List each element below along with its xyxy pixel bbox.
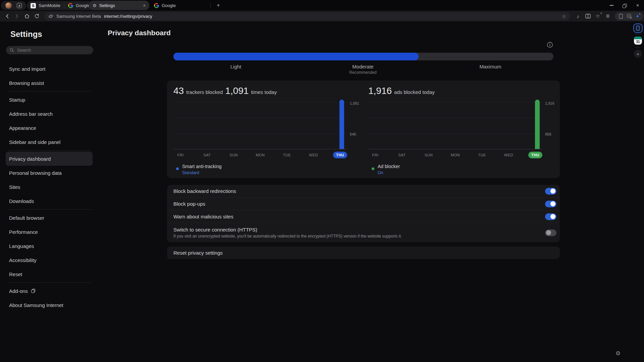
protection-slider-fill — [173, 53, 419, 60]
menu-button[interactable]: ≡ — [603, 11, 612, 21]
forward-button[interactable] — [12, 11, 21, 21]
calendar-header — [634, 37, 642, 39]
sidebar-item-sites[interactable]: Sites — [6, 180, 93, 194]
smart-anti-tracking-label[interactable]: Smart anti-tracking — [182, 164, 221, 169]
day-label-mon: MON — [253, 152, 267, 158]
reset-privacy-settings-row[interactable]: Reset privacy settings — [167, 247, 560, 259]
trackers-label2: times today — [251, 89, 277, 95]
extension-tool-group: A ✦✦ — [615, 12, 643, 20]
day-label-wed: WED — [502, 152, 516, 158]
day-label-thu-selected[interactable]: THU — [528, 152, 542, 158]
info-button[interactable] — [547, 42, 553, 48]
toggle-switch-to-secure-connection[interactable] — [545, 229, 556, 236]
toggle-knob — [550, 201, 555, 206]
trackers-headline: 43 trackers blocked 1,091 times today — [173, 86, 277, 96]
corner-settings-gear-icon[interactable]: ⚙ — [615, 350, 621, 357]
maximize-button[interactable] — [619, 2, 629, 9]
ads-label: ads blocked today — [394, 89, 435, 95]
tab-close-icon[interactable]: × — [143, 3, 146, 8]
split-screen-button[interactable] — [584, 11, 592, 21]
trackers-times: 1,091 — [225, 86, 249, 96]
sidebar-item-address-bar-search[interactable]: Address bar search — [6, 107, 93, 121]
toggle-block-pop-ups[interactable] — [545, 201, 556, 207]
tab-sammobile[interactable]: SamMobile — [39, 3, 60, 8]
tab-settings-active[interactable]: ⚙ Settings × — [89, 1, 149, 10]
sidebar-item-browsing-assist[interactable]: Browsing assist — [6, 76, 93, 90]
tab-count-badge[interactable]: 4 — [17, 3, 22, 8]
toggle-warn-about-malicious-sites[interactable] — [545, 213, 556, 220]
rail-divider — [635, 47, 641, 47]
sidebar-item-sync-and-import[interactable]: Sync and import — [6, 62, 93, 76]
sidebar-item-about-samsung-internet[interactable]: About Samsung Internet — [6, 298, 93, 312]
close-window-button[interactable]: × — [633, 2, 643, 9]
bookmark-star-icon[interactable]: ☆ — [562, 13, 566, 19]
sidebar-item-reset[interactable]: Reset — [6, 267, 93, 281]
media-button[interactable]: ♪ — [574, 11, 582, 21]
gridline — [173, 118, 347, 118]
slider-label-moderate[interactable]: Moderate — [352, 64, 373, 69]
active-tab-label: Settings — [99, 3, 115, 8]
search-input[interactable] — [17, 48, 84, 53]
calendar-widget-button[interactable]: 31 — [634, 37, 642, 45]
home-button[interactable] — [22, 11, 32, 21]
sidebar-item-default-browser[interactable]: Default browser — [6, 211, 93, 225]
sidebar-item-accessibility[interactable]: Accessibility — [6, 253, 93, 267]
day-label-sat: SAT — [200, 152, 214, 158]
sidebar-item-downloads[interactable]: Downloads — [6, 194, 93, 208]
ads-headline: 1,916 ads blocked today — [368, 86, 435, 96]
trackers-label: trackers blocked — [186, 89, 223, 95]
page-title: Privacy dashboard — [108, 29, 171, 37]
day-label-thu-selected[interactable]: THU — [333, 152, 347, 158]
protection-level-slider[interactable] — [173, 53, 553, 60]
sidebar-item-appearance[interactable]: Appearance — [6, 121, 93, 135]
new-tab-button[interactable]: + — [215, 2, 222, 9]
sidebar-item-languages[interactable]: Languages — [6, 239, 93, 253]
refresh-icon — [34, 13, 40, 19]
sidebar-item-personal-browsing-data[interactable]: Personal browsing data — [6, 166, 93, 180]
continue-on-phone-button[interactable] — [633, 23, 643, 33]
split-screen-icon — [585, 14, 591, 18]
ads-count: 1,916 — [368, 86, 392, 96]
slider-label-maximum[interactable]: Maximum — [479, 64, 501, 69]
bookmarks-button[interactable]: ☆✦ — [593, 11, 602, 21]
reader-phone-icon[interactable] — [619, 14, 623, 19]
refresh-button[interactable] — [32, 11, 42, 21]
tab-google-background[interactable]: Google — [151, 1, 179, 10]
sparkle-icon: ✦ — [600, 12, 602, 15]
tab-google-grouped[interactable]: Google — [76, 3, 90, 8]
profile-avatar[interactable] — [5, 2, 12, 9]
toggle-block-backward-redirections[interactable] — [545, 188, 556, 195]
sidebar-item-sidebar-and-side-panel[interactable]: Sidebar and side panel — [6, 135, 93, 149]
back-button[interactable] — [3, 11, 12, 21]
sidebar-divider — [0, 149, 97, 152]
ad-blocker-status[interactable]: On — [378, 170, 383, 175]
toggle-knob — [546, 230, 551, 235]
add-panel-button[interactable]: + — [634, 50, 642, 58]
sidebar-item-add-ons[interactable]: Add-ons — [6, 284, 93, 298]
address-bar[interactable]: Samsung Internet Beta internet://setting… — [44, 12, 570, 20]
sidebar-item-performance[interactable]: Performance — [6, 225, 93, 239]
sidebar-search[interactable] — [6, 46, 93, 54]
smart-anti-tracking-status[interactable]: Standard — [182, 170, 199, 175]
translate-icon[interactable]: A — [627, 14, 632, 19]
minimize-icon — [610, 5, 613, 6]
day-label-tue: TUE — [280, 152, 294, 158]
gridline — [173, 102, 347, 102]
external-window-icon — [31, 289, 36, 293]
slider-label-light[interactable]: Light — [230, 64, 241, 69]
tab-strip-divider — [210, 3, 211, 8]
minimize-button[interactable] — [606, 2, 616, 9]
settings-sidebar: Settings Sync and import Browsing assist… — [0, 21, 97, 312]
ai-assistant-button[interactable]: ✦✦ — [636, 14, 639, 19]
sidebar-item-privacy-dashboard[interactable]: Privacy dashboard — [6, 152, 93, 166]
ad-blocker-label[interactable]: Ad blocker — [378, 164, 400, 169]
navigation-bar: Samsung Internet Beta internet://setting… — [0, 11, 644, 21]
sidebar-divider — [0, 90, 97, 93]
smart-anti-tracking-dot — [176, 167, 179, 170]
profile-chip[interactable]: 4 — [1, 1, 26, 10]
privacy-toggles-card: Block backward redirections Block pop-up… — [167, 185, 560, 242]
url-text[interactable]: internet://settings/privacy — [104, 14, 152, 19]
back-icon — [5, 13, 10, 19]
sidebar-item-startup[interactable]: Startup — [6, 93, 93, 107]
tab-group-divider — [64, 3, 64, 8]
